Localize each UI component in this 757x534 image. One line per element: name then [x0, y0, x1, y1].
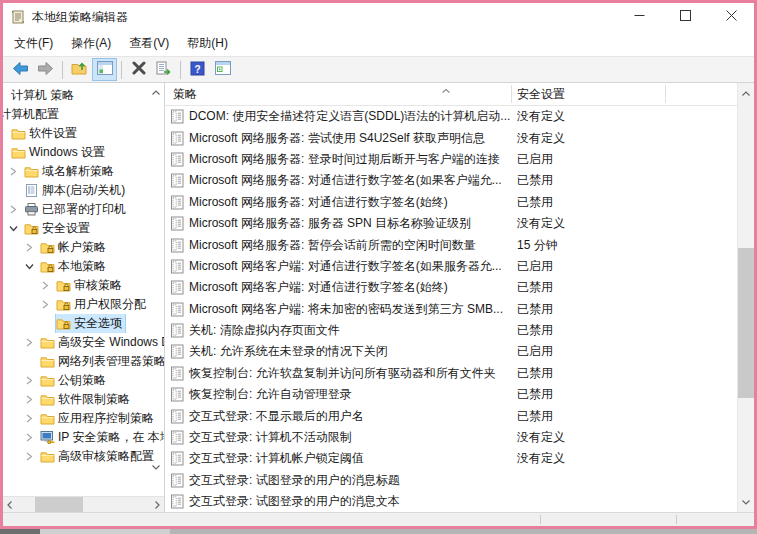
- column-divider[interactable]: [665, 85, 666, 103]
- expander-icon[interactable]: [24, 409, 40, 428]
- expander-icon[interactable]: [8, 200, 24, 219]
- tree-item[interactable]: 软件设置: [3, 124, 164, 143]
- policy-row[interactable]: 交互式登录: 试图登录的用户的消息文本: [165, 491, 737, 512]
- policy-row[interactable]: Microsoft 网络服务器: 对通信进行数字签名(如果客户端允...已禁用: [165, 170, 737, 191]
- policy-row[interactable]: 交互式登录: 计算机不活动限制没有定义: [165, 427, 737, 448]
- tree-item-body: 安全选项: [56, 314, 125, 333]
- tree-item-label: IP 安全策略，在 本地计算机: [56, 429, 164, 446]
- policy-row[interactable]: 交互式登录: 计算机帐户锁定阈值没有定义: [165, 448, 737, 469]
- tree-item[interactable]: 审核策略: [3, 276, 164, 295]
- policy-row[interactable]: 交互式登录: 试图登录的用户的消息标题: [165, 470, 737, 491]
- tree-item[interactable]: 高级审核策略配置: [3, 447, 164, 466]
- list-vscroll-thumb[interactable]: [738, 248, 754, 398]
- policy-row[interactable]: Microsoft 网络服务器: 暂停会话前所需的空闲时间数量15 分钟: [165, 234, 737, 255]
- expander-icon[interactable]: [24, 447, 40, 466]
- column-header-policy[interactable]: 策略: [165, 86, 511, 103]
- menu-view[interactable]: 查看(V): [120, 32, 178, 55]
- close-button[interactable]: [708, 3, 754, 31]
- tree-item[interactable]: 安全选项: [3, 314, 164, 333]
- security-setting-value: 没有定义: [511, 429, 565, 446]
- policy-row[interactable]: Microsoft 网络服务器: 尝试使用 S4U2Self 获取声明信息没有定…: [165, 127, 737, 148]
- policy-row[interactable]: Microsoft 网络服务器: 服务器 SPN 目标名称验证级别没有定义: [165, 213, 737, 234]
- scroll-down-icon[interactable]: [741, 495, 751, 509]
- export-list-button[interactable]: [151, 58, 176, 81]
- policy-row[interactable]: 关机: 允许系统在未登录的情况下关闭已启用: [165, 341, 737, 362]
- show-console-tree-button[interactable]: [92, 58, 117, 81]
- policy-row[interactable]: Microsoft 网络服务器: 对通信进行数字签名(始终)已禁用: [165, 192, 737, 213]
- policy-row[interactable]: 恢复控制台: 允许软盘复制并访问所有驱动器和所有文件夹已禁用: [165, 363, 737, 384]
- tree-item-label: 本地策略: [56, 258, 109, 275]
- up-one-level-button[interactable]: [67, 58, 92, 81]
- policy-row[interactable]: 交互式登录: 不显示最后的用户名已禁用: [165, 405, 737, 426]
- delete-button[interactable]: [126, 58, 151, 81]
- scroll-up-icon[interactable]: [741, 86, 751, 100]
- scroll-right-icon[interactable]: [154, 499, 161, 512]
- expander-icon[interactable]: [24, 390, 40, 409]
- back-button[interactable]: [8, 58, 33, 81]
- menu-help[interactable]: 帮助(H): [178, 32, 237, 55]
- tree-item[interactable]: 帐户策略: [3, 238, 164, 257]
- folder-icon: [11, 124, 27, 143]
- security-setting-value: 没有定义: [511, 450, 565, 467]
- tree-item-label: 网络列表管理器策略: [56, 353, 164, 370]
- tree-item-body: IP 安全策略，在 本地计算机: [40, 428, 164, 447]
- expander-icon[interactable]: [24, 428, 40, 447]
- forward-button[interactable]: [33, 58, 58, 81]
- policy-row[interactable]: DCOM: 使用安全描述符定义语言(SDDL)语法的计算机启动...没有定义: [165, 106, 737, 127]
- tree-scroll-down-icon[interactable]: [151, 460, 161, 474]
- scroll-left-icon[interactable]: [6, 499, 13, 512]
- tree-scroll-up-icon[interactable]: [151, 85, 161, 99]
- tree-item-label: 脚本(启动/关机): [40, 182, 128, 199]
- expander-icon[interactable]: [8, 162, 24, 181]
- expander-icon[interactable]: [24, 371, 40, 390]
- policy-name: Microsoft 网络服务器: 服务器 SPN 目标名称验证级别: [186, 215, 511, 232]
- maximize-button[interactable]: [662, 3, 708, 31]
- expander-icon[interactable]: [40, 295, 56, 314]
- status-divider: [540, 515, 541, 524]
- expander-icon[interactable]: [24, 333, 40, 352]
- tree-item[interactable]: 计算机 策略: [3, 86, 164, 105]
- tree-item[interactable]: 脚本(启动/关机): [3, 181, 164, 200]
- tree-item[interactable]: 用户权限分配: [3, 295, 164, 314]
- tree-item[interactable]: IP 安全策略，在 本地计算机: [3, 428, 164, 447]
- tree-item[interactable]: 应用程序控制策略: [3, 409, 164, 428]
- tree-item[interactable]: 安全设置: [3, 219, 164, 238]
- tree-item[interactable]: Windows 设置: [3, 143, 164, 162]
- policy-row[interactable]: Microsoft 网络客户端: 对通信进行数字签名(始终)已禁用: [165, 277, 737, 298]
- help-button[interactable]: ?: [185, 58, 210, 81]
- expander-icon[interactable]: [8, 219, 24, 238]
- policy-row[interactable]: Microsoft 网络服务器: 登录时间过期后断开与客户端的连接已启用: [165, 149, 737, 170]
- policy-row[interactable]: Microsoft 网络客户端: 对通信进行数字签名(如果服务器允...已启用: [165, 256, 737, 277]
- toolbar-separator: [121, 61, 122, 79]
- maximize-icon: [680, 10, 691, 24]
- tree-item[interactable]: 软件限制策略: [3, 390, 164, 409]
- tree-horizontal-scrollbar[interactable]: [3, 496, 164, 512]
- list-vertical-scrollbar[interactable]: [737, 83, 754, 512]
- tree-item[interactable]: 已部署的打印机: [3, 200, 164, 219]
- tree-item-label: Windows 设置: [27, 144, 108, 161]
- tree-item-body: 本地策略: [40, 257, 109, 276]
- minimize-button[interactable]: [616, 3, 662, 31]
- column-divider[interactable]: [511, 85, 512, 103]
- tree-item[interactable]: 高级安全 Windows Defender 防火墙: [3, 333, 164, 352]
- tree-item-body: 审核策略: [56, 276, 125, 295]
- show-action-pane-button[interactable]: [210, 58, 235, 81]
- expander-icon[interactable]: [24, 257, 40, 276]
- expander-icon[interactable]: [40, 276, 56, 295]
- tree-item[interactable]: 公钥策略: [3, 371, 164, 390]
- tree-hscroll-thumb[interactable]: [35, 497, 83, 512]
- menu-file[interactable]: 文件(F): [5, 32, 62, 55]
- back-icon: [12, 61, 29, 79]
- tree-item[interactable]: 网络列表管理器策略: [3, 352, 164, 371]
- policy-row[interactable]: Microsoft 网络客户端: 将未加密的密码发送到第三方 SMB...已禁用: [165, 299, 737, 320]
- column-header-security-setting[interactable]: 安全设置: [511, 86, 665, 103]
- tree-item[interactable]: 本地策略: [3, 257, 164, 276]
- menu-action[interactable]: 操作(A): [62, 32, 120, 55]
- tree-item[interactable]: 域名解析策略: [3, 162, 164, 181]
- policy-row[interactable]: 关机: 清除虚拟内存页面文件已禁用: [165, 320, 737, 341]
- tree-item-label: 公钥策略: [56, 372, 109, 389]
- expander-icon[interactable]: [24, 238, 40, 257]
- toolbar: ?: [3, 56, 754, 83]
- tree-item[interactable]: 计算机配置: [3, 105, 164, 124]
- policy-row[interactable]: 恢复控制台: 允许自动管理登录已禁用: [165, 384, 737, 405]
